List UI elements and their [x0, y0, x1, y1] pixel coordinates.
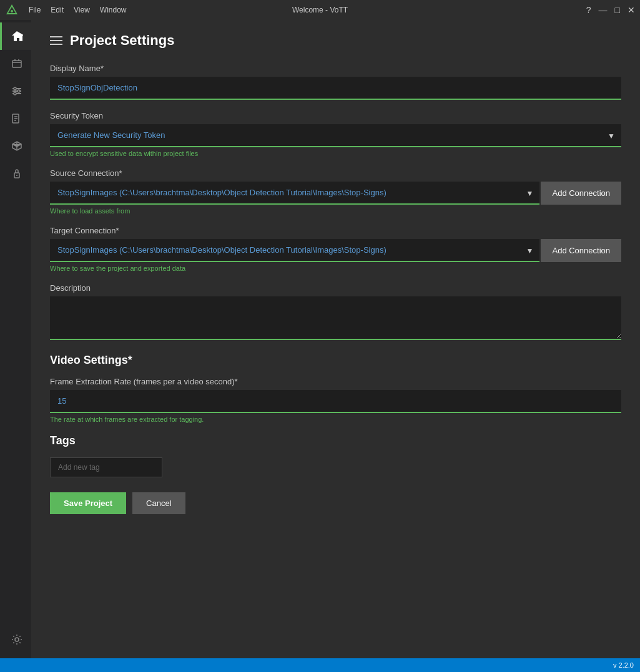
sidebar-item-open[interactable] [0, 50, 31, 77]
target-add-connection-button[interactable]: Add Connection [541, 239, 621, 262]
sidebar-item-tag[interactable] [0, 105, 31, 132]
menu-window[interactable]: Window [100, 6, 127, 14]
main-content: Project Settings Display Name* Security … [31, 20, 640, 658]
svg-point-16 [15, 638, 19, 641]
statusbar: v 2.2.0 [0, 658, 640, 672]
maximize-button[interactable]: □ [615, 5, 620, 15]
svg-point-9 [14, 92, 16, 95]
target-connection-select-wrapper: StopSignImages (C:\Users\brachtma\Deskto… [50, 239, 539, 262]
sidebar-item-train[interactable] [0, 132, 31, 160]
minimize-button[interactable]: — [599, 5, 608, 15]
action-buttons: Save Project Cancel [50, 492, 621, 514]
tags-input[interactable] [50, 457, 162, 477]
menu-file[interactable]: File [29, 6, 41, 14]
security-token-group: Security Token Generate New Security Tok… [50, 111, 621, 157]
frame-rate-hint: The rate at which frames are extracted f… [50, 416, 621, 423]
svg-point-8 [17, 90, 20, 92]
close-button[interactable]: ✕ [628, 5, 635, 15]
hamburger-icon [50, 36, 62, 45]
svg-point-2 [11, 10, 13, 12]
security-token-select[interactable]: Generate New Security Token [50, 124, 621, 147]
menu-edit[interactable]: Edit [51, 6, 64, 14]
source-connection-group: Source Connection* StopSignImages (C:\Us… [50, 168, 621, 215]
titlebar: File Edit View Window Welcome - VoTT ? —… [0, 0, 640, 20]
description-textarea[interactable] [50, 296, 621, 340]
menu-view[interactable]: View [74, 6, 90, 14]
security-token-wrapper: Generate New Security Token ▼ [50, 124, 621, 147]
cancel-button[interactable]: Cancel [132, 492, 185, 514]
frame-rate-group: Frame Extraction Rate (frames per a vide… [50, 377, 621, 423]
source-connection-hint: Where to load assets from [50, 207, 621, 215]
tags-input-wrapper [50, 457, 162, 477]
description-label: Description [50, 283, 621, 293]
sidebar-item-settings[interactable] [0, 77, 31, 105]
source-connection-row: StopSignImages (C:\Users\brachtma\Deskto… [50, 182, 621, 205]
sidebar-item-gear[interactable] [0, 626, 31, 653]
target-connection-label: Target Connection* [50, 226, 621, 235]
svg-point-7 [14, 87, 16, 90]
window-title: Welcome - VoTT [292, 6, 348, 14]
source-add-connection-button[interactable]: Add Connection [541, 182, 621, 205]
display-name-group: Display Name* [50, 64, 621, 100]
save-project-button[interactable]: Save Project [50, 492, 126, 514]
tags-title: Tags [50, 434, 621, 447]
sidebar-item-home[interactable] [0, 22, 31, 50]
version-label: v 2.2.0 [613, 661, 634, 669]
window-controls[interactable]: ? — □ ✕ [586, 5, 635, 15]
frame-rate-label: Frame Extraction Rate (frames per a vide… [50, 377, 621, 386]
security-token-label: Security Token [50, 111, 621, 120]
sidebar [0, 20, 31, 658]
video-settings-title: Video Settings* [50, 354, 621, 367]
app-body: Project Settings Display Name* Security … [0, 20, 640, 658]
target-connection-group: Target Connection* StopSignImages (C:\Us… [50, 226, 621, 272]
page-title: Project Settings [70, 32, 174, 49]
menu-bar[interactable]: File Edit View Window [29, 6, 127, 14]
display-name-input[interactable] [50, 77, 621, 100]
target-connection-hint: Where to save the project and exported d… [50, 265, 621, 272]
display-name-label: Display Name* [50, 64, 621, 73]
security-token-hint: Used to encrypt sensitive data within pr… [50, 150, 621, 157]
frame-rate-input[interactable] [50, 390, 621, 413]
target-connection-row: StopSignImages (C:\Users\brachtma\Deskto… [50, 239, 621, 262]
help-button[interactable]: ? [586, 5, 591, 15]
page-header: Project Settings [50, 32, 621, 49]
vott-logo-icon [5, 3, 19, 17]
svg-rect-3 [12, 61, 21, 67]
target-connection-select[interactable]: StopSignImages (C:\Users\brachtma\Deskto… [50, 239, 539, 262]
source-connection-select-wrapper: StopSignImages (C:\Users\brachtma\Deskto… [50, 182, 539, 205]
description-group: Description [50, 283, 621, 343]
sidebar-item-plugin[interactable] [0, 160, 31, 187]
source-connection-label: Source Connection* [50, 168, 621, 178]
source-connection-select[interactable]: StopSignImages (C:\Users\brachtma\Deskto… [50, 182, 539, 205]
